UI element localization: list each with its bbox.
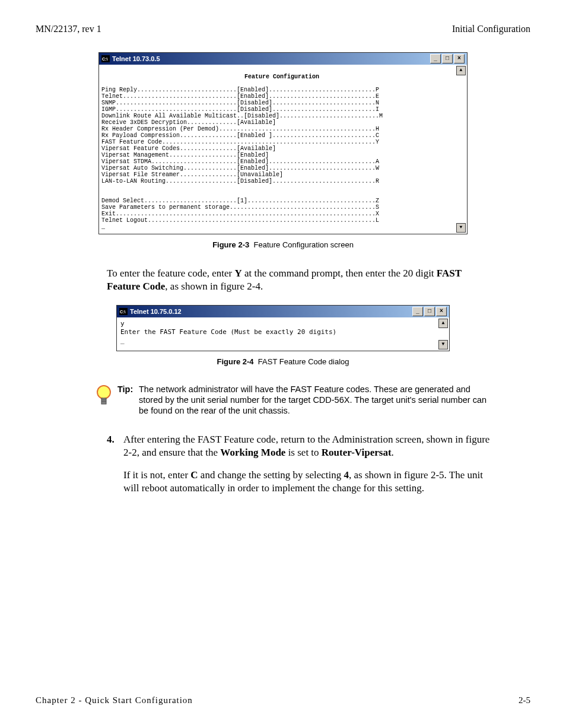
- term-line: Vipersat File Streamer................[U…: [101, 171, 283, 178]
- close-button[interactable]: ×: [454, 54, 465, 63]
- step-body: After entering the FAST Feature code, re…: [123, 433, 495, 495]
- footer-left: Chapter 2 - Quick Start Configuration: [36, 695, 193, 705]
- caption-text: FAST Feature Code dialog: [258, 357, 349, 366]
- term-line: SNMP..................................[D…: [101, 100, 379, 106]
- term-line: Vipersat Feature Codes................[A…: [101, 145, 276, 152]
- step-number: 4.: [107, 433, 123, 495]
- term-line: Telnet................................[E…: [101, 93, 379, 100]
- minimize-button[interactable]: _: [430, 54, 441, 63]
- tip-block: Tip: The network administrator will have…: [95, 384, 495, 416]
- instruction-paragraph: To enter the feature code, enter Y at th…: [107, 267, 495, 293]
- term-line: _: [101, 224, 105, 230]
- term-line: Downlink Route All Available Multicast..…: [101, 113, 383, 119]
- scroll-down-icon[interactable]: ▼: [438, 340, 448, 349]
- header-left: MN/22137, rev 1: [36, 24, 101, 34]
- caption-text: Feature Configuration screen: [253, 240, 353, 249]
- close-button[interactable]: ×: [436, 307, 447, 316]
- page-header: MN/22137, rev 1 Initial Configuration: [36, 24, 530, 34]
- term-line: Vipersat Management...................[E…: [101, 152, 269, 158]
- term-line: FAST Feature Code.......................…: [101, 139, 379, 145]
- window-title: Telnet 10.73.0.5: [112, 56, 160, 62]
- maximize-button[interactable]: □: [424, 307, 435, 316]
- term-line: Rx Header Compression (Per Demod).......…: [101, 126, 379, 132]
- term-line: Receive 3xDES Decryption..............[A…: [101, 119, 276, 126]
- svg-rect-1: [101, 398, 106, 404]
- screen-heading: Feature Configuration: [101, 74, 462, 80]
- term-line: Save Parameters to permanent storage....…: [101, 204, 379, 211]
- term-line: Enter the FAST Feature Code (Must be exa…: [120, 328, 336, 336]
- terminal-body: ▲▼y Enter the FAST Feature Code (Must be…: [117, 317, 449, 351]
- telnet-window-fig23: Telnet 10.73.0.5 _ □ × ▲▼Feature Configu…: [98, 52, 468, 234]
- term-line: Ping Reply............................[E…: [101, 87, 379, 93]
- figure-caption-24: Figure 2-4 FAST Feature Code dialog: [36, 357, 530, 366]
- tip-text: The network administrator will have the …: [139, 384, 495, 416]
- scroll-up-icon[interactable]: ▲: [456, 66, 466, 75]
- console-icon: [119, 308, 128, 315]
- header-right: Initial Configuration: [452, 24, 530, 34]
- step-4: 4. After entering the FAST Feature code,…: [107, 433, 495, 495]
- term-line: y: [120, 320, 125, 328]
- scroll-down-icon[interactable]: ▼: [456, 223, 466, 233]
- footer-right: 2-5: [519, 695, 530, 705]
- term-line: _: [120, 336, 125, 344]
- titlebar: Telnet 10.73.0.5 _ □ ×: [99, 53, 467, 65]
- term-line: LAN-to-LAN Routing....................[D…: [101, 178, 379, 185]
- term-line: Demod Select..........................[1…: [101, 198, 379, 204]
- svg-point-0: [97, 386, 110, 399]
- figure-caption-23: Figure 2-3 Feature Configuration screen: [36, 240, 530, 249]
- term-line: IGMP..................................[D…: [101, 106, 379, 113]
- minimize-button[interactable]: _: [412, 307, 423, 316]
- term-line: Vipersat Auto Switching...............[E…: [101, 165, 379, 171]
- caption-number: Figure 2-3: [212, 240, 249, 249]
- console-icon: [101, 55, 110, 62]
- term-line: Rx Payload Compression................[E…: [101, 132, 379, 139]
- page-footer: Chapter 2 - Quick Start Configuration 2-…: [36, 695, 530, 705]
- maximize-button[interactable]: □: [442, 54, 453, 63]
- titlebar: Telnet 10.75.0.12 _ □ ×: [117, 306, 449, 317]
- telnet-window-fig24: Telnet 10.75.0.12 _ □ × ▲▼y Enter the FA…: [116, 305, 450, 351]
- term-line: Telnet Logout...........................…: [101, 217, 379, 224]
- lightbulb-icon: [95, 384, 113, 416]
- term-line: Exit....................................…: [101, 211, 379, 217]
- term-line: Vipersat STDMA........................[E…: [101, 158, 379, 165]
- window-title: Telnet 10.75.0.12: [130, 309, 182, 315]
- caption-number: Figure 2-4: [217, 357, 253, 366]
- tip-label: Tip:: [117, 384, 139, 416]
- scroll-up-icon[interactable]: ▲: [438, 319, 448, 328]
- terminal-body: ▲▼Feature Configuration Ping Reply......…: [99, 65, 467, 234]
